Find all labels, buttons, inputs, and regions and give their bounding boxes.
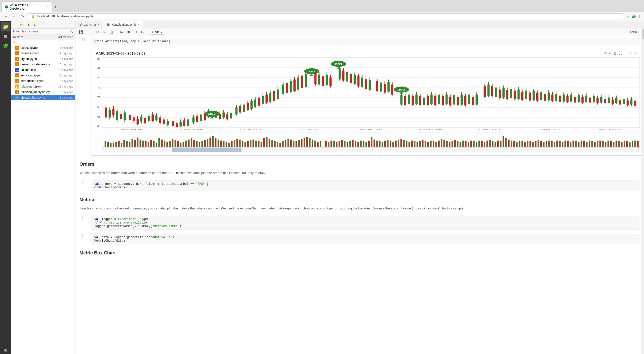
chart-btn-3[interactable]: 🗑: [614, 51, 617, 55]
cell-content-12[interactable]: PriceBarChart(feed, apple, account.trade…: [91, 37, 641, 46]
launcher-icon: 🚀: [79, 23, 82, 26]
list-item[interactable]: { } roboquant.json 13 days ago: [11, 84, 75, 89]
svg-rect-420: [473, 141, 474, 148]
svg-rect-418: [468, 142, 469, 148]
tab-visualization[interactable]: 📓 visualization.ipynb ✕: [103, 21, 143, 28]
new-folder-button[interactable]: 📂: [18, 22, 25, 27]
root-folder[interactable]: 📁 /: [11, 39, 75, 45]
list-item-active[interactable]: nb visualization.ipynb 3 days ago: [11, 95, 75, 100]
browser-tab-close[interactable]: ✕: [47, 6, 49, 8]
list-item[interactable]: css custom.css 13 days ago: [11, 67, 75, 73]
chart-btn-4[interactable]: ⛶: [619, 51, 622, 55]
menu-icon[interactable]: ⋮: [638, 14, 641, 18]
browser-tab-active[interactable]: 🔵 visualization.i - JupyterLa... ✕: [2, 2, 52, 12]
extensions-sidebar-icon[interactable]: 🧩: [1, 41, 10, 51]
new-tab-button[interactable]: +: [52, 4, 59, 10]
upload-button[interactable]: ⬆: [26, 22, 31, 27]
svg-rect-342: [261, 142, 262, 148]
chart-title: AAPL 2013-02-08 - 2018-02-07: [92, 50, 640, 57]
notebook-icon: nb: [15, 79, 19, 83]
svg-rect-359: [306, 137, 308, 148]
cell-content-data[interactable]: val data = logger.getMetric("account.val…: [91, 233, 641, 245]
restart-run-button[interactable]: ⏭: [140, 29, 146, 35]
modified-column-header: Last Modified: [51, 35, 73, 38]
cell-content-logger[interactable]: val logger = experiment.logger // What m…: [91, 215, 641, 231]
file-name: roboquant.json: [21, 85, 53, 88]
notebook-icon-active: nb: [15, 96, 19, 100]
svg-rect-421: [476, 142, 477, 148]
files-icon[interactable]: 📁: [1, 22, 10, 31]
save-button[interactable]: 💾: [77, 29, 85, 35]
reload-button[interactable]: ↻: [20, 14, 26, 19]
chart-btn-7[interactable]: ⤓: [634, 51, 637, 55]
tab-launcher[interactable]: 🚀 Launcher ✕: [75, 21, 103, 28]
list-item[interactable]: nb introduction.ipynb 3 days ago: [11, 78, 75, 84]
toolbar-separator-3: [148, 30, 148, 35]
run-button[interactable]: ▶: [119, 29, 125, 35]
chart-btn-5[interactable]: ☰: [624, 51, 627, 55]
chart-btn-1[interactable]: ⧉: [605, 51, 607, 55]
chart-scrollbar[interactable]: [102, 147, 639, 152]
running-icon[interactable]: ⏹: [1, 32, 10, 41]
code-cell-orders: [ ]: val orders = account.orders.filter …: [75, 179, 641, 193]
settings-icon[interactable]: ⚙: [1, 346, 10, 354]
code-cell-content-12: PriceBarChart(feed, apple, account.trade…: [92, 38, 640, 45]
name-label: Name: [13, 35, 20, 38]
svg-rect-396: [409, 142, 410, 148]
section-metric-box: Metric Box Chart: [75, 246, 641, 258]
cut-button[interactable]: ✂: [95, 29, 101, 35]
address-bar[interactable]: 🔒 localhost:8888/lab/tree/visualization.…: [28, 13, 624, 19]
list-item[interactable]: nb crypto.ipynb 3 days ago: [11, 56, 75, 62]
file-modified-date: 2 days ago: [53, 52, 73, 55]
bookmark-icon[interactable]: ☆: [626, 14, 630, 18]
cell-content-orders[interactable]: val orders = account.orders.filter { it.…: [91, 180, 641, 192]
chart-btn-6[interactable]: ↺: [629, 51, 632, 55]
lock-icon: 🔒: [31, 15, 35, 18]
restart-button[interactable]: ↺: [133, 29, 139, 35]
svg-rect-370: [339, 141, 340, 148]
list-item[interactable]: nb iex_cloud.ipynb 3 days ago: [11, 73, 75, 78]
svg-rect-330: [228, 143, 230, 148]
forward-button[interactable]: →: [11, 14, 18, 19]
svg-rect-408: [441, 139, 442, 148]
svg-rect-407: [438, 141, 439, 148]
file-list-header[interactable]: Name ▾ Last Modified: [11, 34, 75, 39]
file-name: custom_strategies.ipynb: [21, 63, 53, 66]
notebook-tab-icon: 📓: [107, 23, 110, 26]
svg-rect-427: [492, 141, 493, 148]
new-file-button[interactable]: +: [13, 22, 17, 27]
refresh-button[interactable]: ↻: [32, 22, 38, 27]
svg-rect-436: [516, 142, 517, 148]
add-cell-button[interactable]: +: [86, 29, 91, 35]
cell-type-dropdown[interactable]: Code ▾: [150, 30, 165, 35]
chart-btn-2[interactable]: ✏: [609, 51, 612, 55]
list-item[interactable]: nb alpaca.ipynb 3 days ago: [11, 45, 75, 51]
copy-button[interactable]: ⎘: [102, 29, 107, 35]
toolbar-separator: [93, 30, 93, 35]
svg-rect-376: [355, 141, 356, 148]
extensions-icon[interactable]: 🧩: [632, 14, 636, 18]
right-scrollbar[interactable]: [641, 21, 644, 354]
file-modified-date: 3 days ago: [53, 57, 73, 60]
stop-button[interactable]: ⏹: [126, 29, 132, 35]
list-item[interactable]: nb custom_strategies.ipynb 3 days ago: [11, 62, 75, 67]
search-input[interactable]: [13, 30, 68, 33]
paste-button[interactable]: 📋: [108, 29, 115, 35]
cell-type-label: Code: [152, 30, 160, 34]
search-bar: 🔍: [11, 29, 75, 34]
scrollbar-thumb[interactable]: [172, 148, 242, 152]
visualization-tab-close[interactable]: ✕: [137, 23, 139, 26]
launcher-tab-close[interactable]: ✕: [98, 23, 100, 26]
svg-rect-419: [470, 141, 472, 148]
svg-rect-449: [551, 141, 552, 148]
svg-rect-405: [433, 141, 434, 148]
list-item[interactable]: nb technical_analysis.ipynb 3 days ago: [11, 89, 75, 95]
svg-rect-384: [376, 141, 378, 148]
list-item[interactable]: nb binance.ipynb 2 days ago: [11, 51, 75, 56]
svg-rect-464: [591, 141, 593, 148]
xaxis-label: 2013-08-20T20:30:00Z: [120, 128, 143, 131]
cell-prompt-orders: [ ]:: [75, 180, 91, 185]
back-button[interactable]: ←: [3, 14, 9, 19]
svg-rect-437: [519, 141, 520, 148]
svg-rect-303: [156, 143, 157, 148]
